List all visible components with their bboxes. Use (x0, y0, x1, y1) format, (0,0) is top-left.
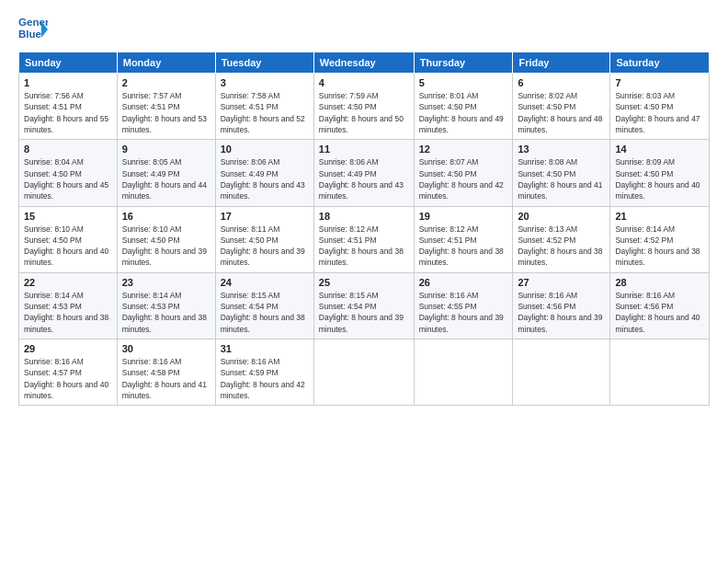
day-number: 31 (221, 343, 309, 354)
day-detail: Sunrise: 8:15 AMSunset: 4:54 PMDaylight:… (221, 290, 309, 335)
calendar-table: SundayMondayTuesdayWednesdayThursdayFrid… (18, 52, 710, 406)
calendar-cell: 24Sunrise: 8:15 AMSunset: 4:54 PMDayligh… (215, 272, 313, 339)
calendar-week-1: 1Sunrise: 7:56 AMSunset: 4:51 PMDaylight… (19, 74, 710, 140)
day-number: 12 (419, 144, 508, 155)
calendar-cell: 21Sunrise: 8:14 AMSunset: 4:52 PMDayligh… (610, 206, 710, 272)
day-detail: Sunrise: 7:56 AMSunset: 4:51 PMDaylight:… (24, 90, 112, 135)
day-number: 5 (419, 77, 508, 88)
calendar-cell: 14Sunrise: 8:09 AMSunset: 4:50 PMDayligh… (610, 140, 710, 206)
day-number: 11 (319, 144, 409, 155)
day-number: 3 (221, 77, 309, 88)
day-number: 6 (518, 77, 605, 88)
calendar-cell: 25Sunrise: 8:15 AMSunset: 4:54 PMDayligh… (313, 272, 414, 339)
day-detail: Sunrise: 8:14 AMSunset: 4:52 PMDaylight:… (615, 224, 704, 269)
weekday-header-row: SundayMondayTuesdayWednesdayThursdayFrid… (19, 52, 710, 74)
day-detail: Sunrise: 8:05 AMSunset: 4:49 PMDaylight:… (122, 156, 210, 201)
day-detail: Sunrise: 8:01 AMSunset: 4:50 PMDaylight:… (419, 90, 508, 135)
calendar-cell: 31Sunrise: 8:16 AMSunset: 4:59 PMDayligh… (215, 339, 313, 406)
calendar-cell: 16Sunrise: 8:10 AMSunset: 4:50 PMDayligh… (117, 206, 215, 272)
calendar-cell: 17Sunrise: 8:11 AMSunset: 4:50 PMDayligh… (215, 206, 313, 272)
day-detail: Sunrise: 8:14 AMSunset: 4:53 PMDaylight:… (24, 290, 112, 335)
day-number: 20 (518, 211, 605, 222)
day-number: 17 (221, 211, 309, 222)
calendar-cell: 12Sunrise: 8:07 AMSunset: 4:50 PMDayligh… (414, 140, 513, 206)
calendar-cell (414, 339, 513, 406)
page: General Blue SundayMondayTuesdayWednesda… (0, 0, 728, 563)
weekday-header-sunday: Sunday (19, 52, 118, 74)
day-number: 19 (419, 211, 508, 222)
calendar-cell: 3Sunrise: 7:58 AMSunset: 4:51 PMDaylight… (215, 74, 313, 140)
calendar-cell: 27Sunrise: 8:16 AMSunset: 4:56 PMDayligh… (513, 272, 610, 339)
day-number: 26 (419, 277, 508, 288)
day-detail: Sunrise: 8:16 AMSunset: 4:57 PMDaylight:… (24, 356, 112, 401)
day-detail: Sunrise: 8:12 AMSunset: 4:51 PMDaylight:… (319, 224, 409, 269)
day-detail: Sunrise: 8:10 AMSunset: 4:50 PMDaylight:… (24, 224, 112, 269)
day-detail: Sunrise: 8:11 AMSunset: 4:50 PMDaylight:… (221, 224, 309, 269)
day-number: 15 (24, 211, 112, 222)
day-detail: Sunrise: 8:09 AMSunset: 4:50 PMDaylight:… (615, 156, 704, 201)
weekday-header-tuesday: Tuesday (215, 52, 313, 74)
day-number: 22 (24, 277, 112, 288)
calendar-cell: 29Sunrise: 8:16 AMSunset: 4:57 PMDayligh… (19, 339, 118, 406)
header-area: General Blue (18, 15, 710, 44)
day-detail: Sunrise: 8:12 AMSunset: 4:51 PMDaylight:… (419, 224, 508, 269)
day-number: 4 (319, 77, 409, 88)
day-detail: Sunrise: 8:16 AMSunset: 4:55 PMDaylight:… (419, 290, 508, 335)
calendar-body: 1Sunrise: 7:56 AMSunset: 4:51 PMDaylight… (19, 74, 710, 406)
day-detail: Sunrise: 7:57 AMSunset: 4:51 PMDaylight:… (122, 90, 210, 135)
calendar-cell (313, 339, 414, 406)
day-number: 27 (518, 277, 605, 288)
day-number: 18 (319, 211, 409, 222)
day-number: 29 (24, 343, 112, 354)
day-detail: Sunrise: 8:16 AMSunset: 4:56 PMDaylight:… (615, 290, 704, 335)
calendar-cell: 23Sunrise: 8:14 AMSunset: 4:53 PMDayligh… (117, 272, 215, 339)
calendar-cell: 28Sunrise: 8:16 AMSunset: 4:56 PMDayligh… (610, 272, 710, 339)
day-number: 21 (615, 211, 704, 222)
calendar-cell: 8Sunrise: 8:04 AMSunset: 4:50 PMDaylight… (19, 140, 118, 206)
day-number: 30 (122, 343, 210, 354)
logo-icon: General Blue (18, 15, 48, 44)
day-detail: Sunrise: 7:58 AMSunset: 4:51 PMDaylight:… (221, 90, 309, 135)
calendar-week-4: 22Sunrise: 8:14 AMSunset: 4:53 PMDayligh… (19, 272, 710, 339)
day-detail: Sunrise: 8:13 AMSunset: 4:52 PMDaylight:… (518, 224, 605, 269)
calendar-cell: 5Sunrise: 8:01 AMSunset: 4:50 PMDaylight… (414, 74, 513, 140)
logo: General Blue (18, 15, 51, 44)
day-detail: Sunrise: 8:08 AMSunset: 4:50 PMDaylight:… (518, 156, 605, 201)
day-detail: Sunrise: 8:02 AMSunset: 4:50 PMDaylight:… (518, 90, 605, 135)
day-detail: Sunrise: 8:16 AMSunset: 4:56 PMDaylight:… (518, 290, 605, 335)
day-detail: Sunrise: 8:07 AMSunset: 4:50 PMDaylight:… (419, 156, 508, 201)
day-detail: Sunrise: 8:15 AMSunset: 4:54 PMDaylight:… (319, 290, 409, 335)
weekday-header-friday: Friday (513, 52, 610, 74)
calendar-cell: 19Sunrise: 8:12 AMSunset: 4:51 PMDayligh… (414, 206, 513, 272)
calendar-cell: 9Sunrise: 8:05 AMSunset: 4:49 PMDaylight… (117, 140, 215, 206)
day-number: 24 (221, 277, 309, 288)
day-number: 8 (24, 144, 112, 155)
calendar-cell: 30Sunrise: 8:16 AMSunset: 4:58 PMDayligh… (117, 339, 215, 406)
calendar-cell: 22Sunrise: 8:14 AMSunset: 4:53 PMDayligh… (19, 272, 118, 339)
day-detail: Sunrise: 7:59 AMSunset: 4:50 PMDaylight:… (319, 90, 409, 135)
day-detail: Sunrise: 8:06 AMSunset: 4:49 PMDaylight:… (319, 156, 409, 201)
day-number: 7 (615, 77, 704, 88)
day-number: 28 (615, 277, 704, 288)
calendar-cell: 10Sunrise: 8:06 AMSunset: 4:49 PMDayligh… (215, 140, 313, 206)
calendar-cell: 1Sunrise: 7:56 AMSunset: 4:51 PMDaylight… (19, 74, 118, 140)
weekday-header-monday: Monday (117, 52, 215, 74)
day-detail: Sunrise: 8:14 AMSunset: 4:53 PMDaylight:… (122, 290, 210, 335)
day-detail: Sunrise: 8:16 AMSunset: 4:58 PMDaylight:… (122, 356, 210, 401)
calendar-cell: 26Sunrise: 8:16 AMSunset: 4:55 PMDayligh… (414, 272, 513, 339)
calendar-cell: 20Sunrise: 8:13 AMSunset: 4:52 PMDayligh… (513, 206, 610, 272)
calendar-cell: 11Sunrise: 8:06 AMSunset: 4:49 PMDayligh… (313, 140, 414, 206)
day-number: 13 (518, 144, 605, 155)
calendar-cell (610, 339, 710, 406)
calendar-cell: 7Sunrise: 8:03 AMSunset: 4:50 PMDaylight… (610, 74, 710, 140)
day-number: 25 (319, 277, 409, 288)
weekday-header-saturday: Saturday (610, 52, 710, 74)
weekday-header-thursday: Thursday (414, 52, 513, 74)
day-detail: Sunrise: 8:06 AMSunset: 4:49 PMDaylight:… (221, 156, 309, 201)
day-number: 10 (221, 144, 309, 155)
calendar-cell (513, 339, 610, 406)
calendar-cell: 2Sunrise: 7:57 AMSunset: 4:51 PMDaylight… (117, 74, 215, 140)
day-number: 14 (615, 144, 704, 155)
calendar-cell: 6Sunrise: 8:02 AMSunset: 4:50 PMDaylight… (513, 74, 610, 140)
calendar-week-2: 8Sunrise: 8:04 AMSunset: 4:50 PMDaylight… (19, 140, 710, 206)
